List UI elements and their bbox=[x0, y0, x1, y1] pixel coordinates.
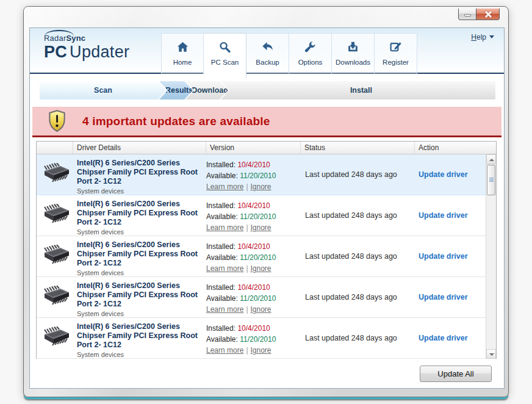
help-label-accel: H bbox=[471, 33, 476, 41]
ignore-link[interactable]: Ignore bbox=[251, 182, 271, 191]
minimize-button[interactable] bbox=[458, 9, 476, 20]
table-row[interactable]: Intel(R) 6 Series/C200 Series Chipser Fa… bbox=[37, 195, 487, 236]
installed-label: Installed: bbox=[206, 201, 235, 210]
ignore-link[interactable]: Ignore bbox=[251, 305, 271, 314]
available-date: 11/20/2010 bbox=[240, 212, 276, 221]
driver-details-cell: Intel(R) 6 Series/C200 Series Chipser Fa… bbox=[73, 154, 206, 195]
chip-icon bbox=[38, 204, 71, 226]
status-cell: Last updated 248 days ago bbox=[301, 318, 415, 358]
installed-date: 10/4/2010 bbox=[237, 283, 270, 292]
row-icon-cell bbox=[37, 195, 73, 236]
nav-tab-register[interactable]: Register bbox=[375, 33, 417, 74]
scroll-down-button[interactable] bbox=[486, 349, 496, 359]
learn-more-link[interactable]: Learn more bbox=[206, 264, 243, 273]
nav-tabs: Home PC Scan Backup bbox=[161, 28, 417, 74]
home-icon bbox=[176, 39, 190, 55]
action-cell: Update driver bbox=[415, 236, 487, 276]
ignore-link[interactable]: Ignore bbox=[251, 346, 271, 355]
nav-tab-home[interactable]: Home bbox=[161, 33, 204, 74]
status-text: Last updated 248 days ago bbox=[305, 252, 397, 261]
table-row[interactable]: Intel(R) 6 Series/C200 Series Chipser Fa… bbox=[37, 236, 487, 277]
link-separator: | bbox=[246, 264, 248, 273]
learn-more-link[interactable]: Learn more bbox=[206, 182, 243, 191]
table-row[interactable]: Intel(R) 6 Series/C200 Series Chipser Fa… bbox=[37, 154, 487, 195]
row-icon-cell bbox=[37, 277, 73, 317]
table-row[interactable]: Intel(R) 6 Series/C200 Series Chipser Fa… bbox=[37, 277, 487, 318]
learn-more-link[interactable]: Learn more bbox=[206, 305, 243, 314]
action-cell: Update driver bbox=[415, 195, 487, 236]
scrollbar-thumb[interactable] bbox=[487, 165, 495, 195]
ignore-link[interactable]: Ignore bbox=[251, 264, 271, 273]
installed-label: Installed: bbox=[206, 242, 235, 251]
step-scan[interactable]: Scan bbox=[40, 81, 167, 99]
column-header-action: Action bbox=[415, 142, 496, 154]
learn-more-link[interactable]: Learn more bbox=[206, 223, 243, 232]
available-label: Available: bbox=[206, 171, 238, 180]
installed-date: 10/4/2010 bbox=[237, 324, 270, 333]
version-cell: Installed: 10/4/2010 Available: 11/20/20… bbox=[206, 277, 301, 317]
undo-arrow-icon bbox=[261, 39, 275, 55]
nav-label: Register bbox=[383, 59, 409, 66]
action-cell: Update driver bbox=[415, 318, 487, 358]
logo-arc bbox=[45, 30, 74, 36]
driver-details-cell: Intel(R) 6 Series/C200 Series Chipser Fa… bbox=[73, 318, 206, 358]
search-icon bbox=[218, 39, 232, 55]
driver-category: System devices bbox=[77, 310, 201, 317]
update-driver-link[interactable]: Update driver bbox=[419, 211, 468, 220]
chip-icon bbox=[38, 163, 71, 185]
update-driver-link[interactable]: Update driver bbox=[419, 252, 468, 261]
status-text: Last updated 248 days ago bbox=[305, 293, 397, 301]
status-text: Last updated 248 days ago bbox=[305, 170, 397, 179]
table-header: Driver Details Version Status Action bbox=[37, 142, 496, 154]
status-cell: Last updated 248 days ago bbox=[301, 277, 415, 317]
installed-date: 10/4/2010 bbox=[237, 161, 270, 169]
minimize-icon bbox=[464, 14, 471, 16]
installed-label: Installed: bbox=[206, 161, 235, 169]
wrench-icon bbox=[303, 39, 317, 55]
close-button[interactable] bbox=[476, 9, 500, 20]
help-menu[interactable]: Help bbox=[471, 33, 494, 41]
nav-tab-options[interactable]: Options bbox=[289, 33, 332, 74]
installed-label: Installed: bbox=[206, 283, 235, 292]
brand-name: RadarSync bbox=[44, 34, 129, 43]
ignore-link[interactable]: Ignore bbox=[251, 223, 271, 232]
available-label: Available: bbox=[206, 253, 238, 262]
scroll-up-button[interactable] bbox=[486, 154, 496, 164]
link-separator: | bbox=[246, 182, 248, 191]
learn-more-link[interactable]: Learn more bbox=[206, 346, 243, 355]
driver-title: Intel(R) 6 Series/C200 Series Chipser Fa… bbox=[77, 240, 201, 267]
wizard-steps: Scan Results Download Install bbox=[40, 81, 495, 99]
chevron-down-icon bbox=[489, 35, 494, 38]
nav-tab-downloads[interactable]: Downloads bbox=[332, 33, 375, 74]
product-name: PCUpdater bbox=[44, 43, 129, 61]
action-cell: Update driver bbox=[415, 277, 487, 317]
row-icon-cell bbox=[37, 236, 73, 276]
driver-title: Intel(R) 6 Series/C200 Series Chipser Fa… bbox=[77, 159, 201, 186]
chip-icon bbox=[38, 245, 71, 267]
link-separator: | bbox=[246, 346, 248, 355]
vertical-scrollbar[interactable] bbox=[486, 154, 496, 359]
nav-tab-pc-scan[interactable]: PC Scan bbox=[204, 33, 246, 78]
available-date: 11/20/2010 bbox=[240, 335, 276, 344]
update-driver-link[interactable]: Update driver bbox=[419, 170, 468, 179]
driver-category: System devices bbox=[77, 187, 201, 195]
updates-table: Driver Details Version Status Action bbox=[36, 141, 497, 359]
driver-title: Intel(R) 6 Series/C200 Series Chipser Fa… bbox=[77, 322, 201, 349]
installed-date: 10/4/2010 bbox=[237, 242, 270, 251]
edit-pencil-icon bbox=[389, 39, 403, 55]
step-install[interactable]: Install bbox=[221, 81, 495, 99]
table-body: Intel(R) 6 Series/C200 Series Chipser Fa… bbox=[37, 154, 487, 359]
driver-category: System devices bbox=[77, 351, 201, 358]
table-row[interactable]: Intel(R) 6 Series/C200 Series Chipser Fa… bbox=[37, 318, 487, 359]
nav-tab-backup[interactable]: Backup bbox=[246, 33, 289, 74]
update-driver-link[interactable]: Update driver bbox=[419, 293, 468, 301]
version-cell: Installed: 10/4/2010 Available: 11/20/20… bbox=[206, 236, 301, 276]
driver-title: Intel(R) 6 Series/C200 Series Chipser Fa… bbox=[77, 281, 201, 308]
driver-details-cell: Intel(R) 6 Series/C200 Series Chipser Fa… bbox=[73, 195, 206, 236]
chip-icon bbox=[38, 326, 71, 348]
action-cell: Update driver bbox=[415, 154, 487, 195]
download-icon bbox=[346, 39, 360, 55]
update-all-button[interactable]: Update All bbox=[420, 366, 492, 382]
status-text: Last updated 248 days ago bbox=[305, 334, 397, 342]
update-driver-link[interactable]: Update driver bbox=[419, 334, 468, 342]
